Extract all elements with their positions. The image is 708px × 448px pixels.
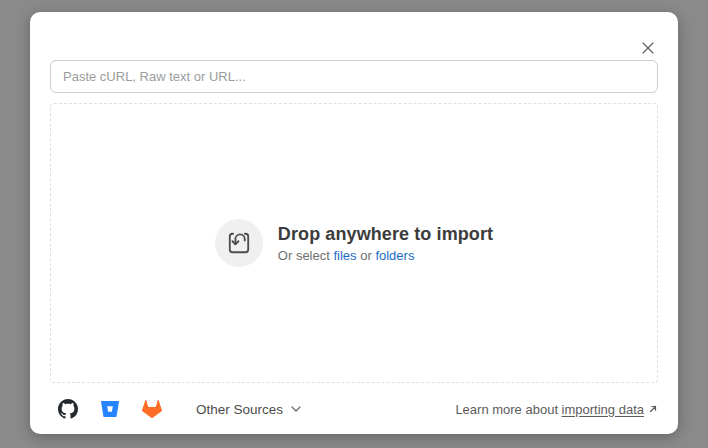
close-button[interactable] xyxy=(636,36,660,60)
import-icon-circle xyxy=(215,219,263,267)
close-icon xyxy=(641,41,655,55)
learn-more-prefix: Learn more about xyxy=(455,402,561,417)
other-sources-label: Other Sources xyxy=(196,402,283,417)
subtitle-prefix: Or select xyxy=(278,248,334,263)
bitbucket-icon xyxy=(101,400,119,418)
dropzone-content: Drop anywhere to import Or select files … xyxy=(215,219,493,267)
drop-zone[interactable]: Drop anywhere to import Or select files … xyxy=(50,103,658,383)
external-link-icon xyxy=(648,404,658,414)
dropzone-title: Drop anywhere to import xyxy=(278,223,493,245)
select-folders-link[interactable]: folders xyxy=(375,248,414,263)
modal-overlay: Drop anywhere to import Or select files … xyxy=(0,0,708,448)
other-sources-dropdown[interactable]: Other Sources xyxy=(196,402,301,417)
dialog-footer: Other Sources Learn more about importing… xyxy=(50,396,658,422)
select-files-link[interactable]: files xyxy=(333,248,356,263)
bitbucket-source-button[interactable] xyxy=(100,399,120,419)
source-buttons: Other Sources xyxy=(58,399,301,419)
import-tray-icon xyxy=(226,230,252,256)
github-icon xyxy=(58,399,78,419)
dropzone-text: Drop anywhere to import Or select files … xyxy=(278,223,493,264)
dropzone-subtitle: Or select files or folders xyxy=(278,248,493,264)
chevron-down-icon xyxy=(291,406,301,412)
gitlab-source-button[interactable] xyxy=(142,399,162,419)
learn-more: Learn more about importing data xyxy=(455,402,658,417)
subtitle-conjunction: or xyxy=(357,248,376,263)
importing-data-link[interactable]: importing data xyxy=(562,402,644,417)
github-source-button[interactable] xyxy=(58,399,78,419)
gitlab-icon xyxy=(142,399,162,419)
import-url-input[interactable] xyxy=(50,60,658,93)
import-dialog: Drop anywhere to import Or select files … xyxy=(30,12,678,434)
